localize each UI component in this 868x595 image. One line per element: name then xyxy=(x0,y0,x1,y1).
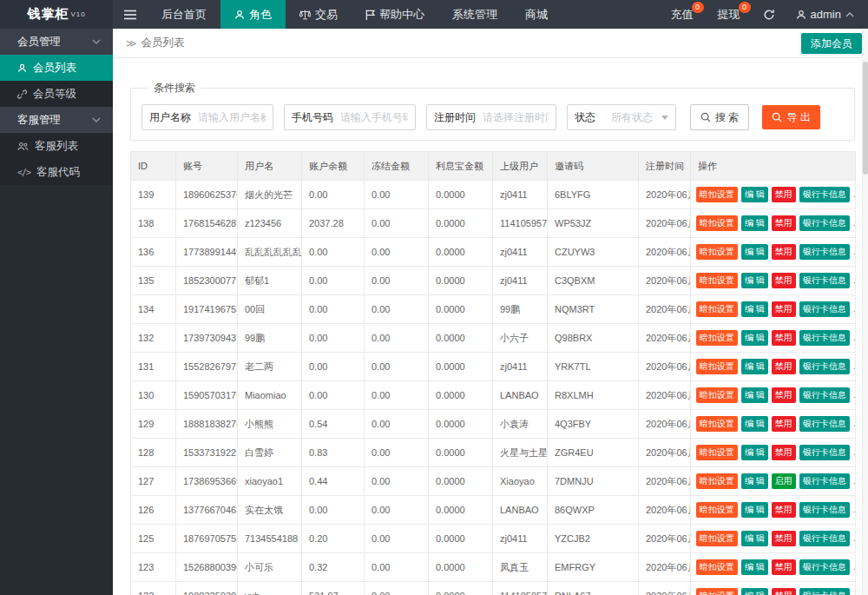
bank-card-info-button[interactable]: 银行卡信息 xyxy=(799,473,850,489)
add-member-button[interactable]: 添加会员 xyxy=(801,33,862,54)
edit-button[interactable]: 编 辑 xyxy=(741,215,768,231)
deduct-settings-button[interactable]: 暗扣设置 xyxy=(696,359,738,374)
disable-button[interactable]: 禁用 xyxy=(772,244,796,260)
edit-button[interactable]: 编 辑 xyxy=(741,473,768,489)
bank-card-info-button[interactable]: 银行卡信息 xyxy=(799,273,850,288)
deduct-settings-button[interactable]: 暗扣设置 xyxy=(696,387,738,403)
bank-card-info-button[interactable]: 银行卡信息 xyxy=(799,502,850,518)
bank-card-info-button[interactable]: 银行卡信息 xyxy=(799,559,850,575)
edit-button[interactable]: 编 辑 xyxy=(741,273,768,288)
disable-button[interactable]: 禁用 xyxy=(772,531,796,546)
nav-item-help-center[interactable]: 帮助中心 xyxy=(352,0,438,29)
edit-button[interactable]: 编 辑 xyxy=(741,387,768,403)
scrollbar-thumb[interactable] xyxy=(863,62,868,175)
disable-button[interactable]: 禁用 xyxy=(772,416,796,432)
bank-card-info-button[interactable]: 银行卡信息 xyxy=(799,387,850,403)
deduct-settings-button[interactable]: 暗扣设置 xyxy=(696,273,738,288)
more-actions[interactable]: ... xyxy=(853,504,856,514)
deduct-settings-button[interactable]: 暗扣设置 xyxy=(696,187,738,202)
more-actions[interactable]: ... xyxy=(853,446,856,457)
enable-button[interactable]: 启用 xyxy=(772,473,796,489)
more-actions[interactable]: ... xyxy=(853,332,856,342)
disable-button[interactable]: 禁用 xyxy=(772,215,796,231)
export-button[interactable]: 导 出 xyxy=(762,105,819,129)
nav-item-trade[interactable]: 交易 xyxy=(286,0,352,29)
more-actions[interactable]: ... xyxy=(853,303,856,314)
deduct-settings-button[interactable]: 暗扣设置 xyxy=(696,301,738,317)
edit-button[interactable]: 编 辑 xyxy=(741,531,768,546)
disable-button[interactable]: 禁用 xyxy=(772,502,796,518)
bank-card-info-button[interactable]: 银行卡信息 xyxy=(799,244,850,260)
sidebar-item-member-list[interactable]: 会员列表 xyxy=(0,55,113,81)
bank-card-info-button[interactable]: 银行卡信息 xyxy=(799,187,850,202)
more-actions[interactable]: ... xyxy=(853,475,856,486)
more-actions[interactable]: ... xyxy=(853,217,856,228)
edit-button[interactable]: 编 辑 xyxy=(741,301,768,317)
regtime-input[interactable] xyxy=(483,111,549,123)
bank-card-info-button[interactable]: 银行卡信息 xyxy=(799,330,850,346)
deduct-settings-button[interactable]: 暗扣设置 xyxy=(696,330,738,346)
hamburger-menu-icon[interactable] xyxy=(113,0,148,29)
disable-button[interactable]: 禁用 xyxy=(772,387,796,403)
bank-card-info-button[interactable]: 银行卡信息 xyxy=(799,215,850,231)
edit-button[interactable]: 编 辑 xyxy=(741,416,768,432)
deduct-settings-button[interactable]: 暗扣设置 xyxy=(696,244,738,260)
more-actions[interactable]: ... xyxy=(853,532,856,543)
sidebar-item-service-list[interactable]: 客服列表 xyxy=(0,133,113,159)
edit-button[interactable]: 编 辑 xyxy=(741,502,768,518)
phone-input[interactable] xyxy=(340,111,408,123)
edit-button[interactable]: 编 辑 xyxy=(741,445,768,460)
bank-card-info-button[interactable]: 银行卡信息 xyxy=(799,588,850,595)
more-actions[interactable]: ... xyxy=(853,590,856,595)
nav-item-dashboard[interactable]: 后台首页 xyxy=(148,0,220,29)
nav-item-system[interactable]: 系统管理 xyxy=(438,0,511,29)
withdraw-button[interactable]: 提现 0 xyxy=(706,0,753,29)
status-select[interactable]: 状态 所有状态 xyxy=(567,104,676,130)
bank-card-info-button[interactable]: 银行卡信息 xyxy=(799,416,850,432)
disable-button[interactable]: 禁用 xyxy=(772,273,796,288)
more-actions[interactable]: ... xyxy=(853,418,856,428)
more-actions[interactable]: ... xyxy=(853,188,856,199)
more-actions[interactable]: ... xyxy=(853,360,856,371)
bank-card-info-button[interactable]: 银行卡信息 xyxy=(799,301,850,317)
recharge-button[interactable]: 充值 0 xyxy=(659,0,706,29)
user-menu[interactable]: admin xyxy=(786,0,868,29)
more-actions[interactable]: ... xyxy=(853,389,856,400)
disable-button[interactable]: 禁用 xyxy=(772,301,796,317)
deduct-settings-button[interactable]: 暗扣设置 xyxy=(696,445,738,460)
disable-button[interactable]: 禁用 xyxy=(772,559,796,575)
deduct-settings-button[interactable]: 暗扣设置 xyxy=(696,473,738,489)
disable-button[interactable]: 禁用 xyxy=(772,588,796,595)
deduct-settings-button[interactable]: 暗扣设置 xyxy=(696,559,738,575)
edit-button[interactable]: 编 辑 xyxy=(741,330,768,346)
more-actions[interactable]: ... xyxy=(853,274,856,285)
sidebar-group-member-management[interactable]: 会员管理 xyxy=(0,29,113,55)
edit-button[interactable]: 编 辑 xyxy=(741,559,768,575)
search-button[interactable]: 搜 索 xyxy=(690,104,749,130)
bank-card-info-button[interactable]: 银行卡信息 xyxy=(799,445,850,460)
vertical-scrollbar[interactable] xyxy=(862,30,868,595)
disable-button[interactable]: 禁用 xyxy=(772,445,796,460)
nav-item-mall[interactable]: 商城 xyxy=(511,0,562,29)
username-input[interactable] xyxy=(198,111,266,123)
deduct-settings-button[interactable]: 暗扣设置 xyxy=(696,531,738,546)
edit-button[interactable]: 编 辑 xyxy=(741,244,768,260)
disable-button[interactable]: 禁用 xyxy=(772,187,796,202)
bank-card-info-button[interactable]: 银行卡信息 xyxy=(799,359,850,374)
disable-button[interactable]: 禁用 xyxy=(772,330,796,346)
nav-item-roles[interactable]: 角色 xyxy=(220,0,286,29)
deduct-settings-button[interactable]: 暗扣设置 xyxy=(696,416,738,432)
edit-button[interactable]: 编 辑 xyxy=(741,588,768,595)
sidebar-item-member-level[interactable]: 会员等级 xyxy=(0,81,113,107)
refresh-icon[interactable] xyxy=(753,0,786,29)
sidebar-item-service-code[interactable]: </> 客服代码 xyxy=(0,159,113,185)
edit-button[interactable]: 编 辑 xyxy=(741,187,768,202)
deduct-settings-button[interactable]: 暗扣设置 xyxy=(696,215,738,231)
deduct-settings-button[interactable]: 暗扣设置 xyxy=(696,588,738,595)
disable-button[interactable]: 禁用 xyxy=(772,359,796,374)
sidebar-group-service-management[interactable]: 客服管理 xyxy=(0,107,113,133)
edit-button[interactable]: 编 辑 xyxy=(741,359,768,374)
bank-card-info-button[interactable]: 银行卡信息 xyxy=(799,531,850,546)
more-actions[interactable]: ... xyxy=(853,246,856,256)
deduct-settings-button[interactable]: 暗扣设置 xyxy=(696,502,738,518)
